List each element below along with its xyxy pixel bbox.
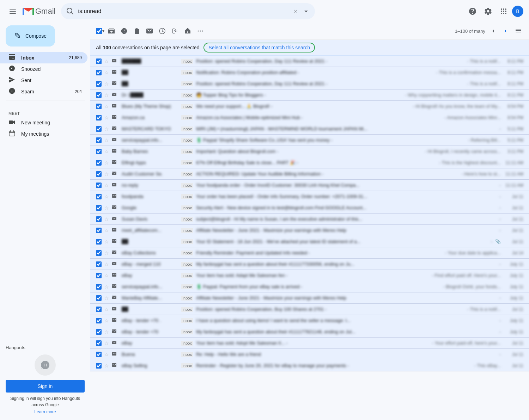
email-row[interactable]: ☆ foodpanda Inbox Your order has been pl… [90,191,529,202]
star-icon[interactable]: ☆ [104,205,109,211]
star-icon[interactable]: ☆ [104,70,109,75]
row-checkbox[interactable] [96,70,102,75]
row-checkbox[interactable] [96,149,102,154]
star-icon[interactable]: ☆ [104,81,109,87]
meet-item-new-meeting[interactable]: New meeting [0,117,87,128]
email-row[interactable]: ☆ servicepaypal.info... Inbox 💲 Paypal '… [90,135,529,146]
star-icon[interactable]: ☆ [104,92,109,98]
row-checkbox[interactable] [96,284,102,290]
email-row[interactable]: ☆ ██ Inbox Notification: Robins Corporat… [90,67,529,78]
star-icon[interactable]: ☆ [104,250,109,256]
star-icon[interactable]: ☆ [104,318,109,323]
email-row[interactable]: ☆ ██ Inbox Your ID Statement - 18 Jun 20… [90,236,529,247]
star-icon[interactable]: ☆ [104,171,109,177]
row-checkbox[interactable] [96,329,102,335]
email-row[interactable]: ☆ eBay - tender +70 Inbox My fanboygal h… [90,326,529,338]
email-row[interactable]: ☆ Baby Barnes Inbox Important: Question … [90,146,529,157]
email-row[interactable]: ☆ meet_affiliatecom... Inbox Affiliate N… [90,225,529,236]
email-row[interactable]: ☆ Amazon.ca Inbox Amazon.ca Associates |… [90,112,529,123]
email-row[interactable]: ☆ Audiri Customer Se. Inbox ACTION REQUI… [90,168,529,180]
star-icon[interactable]: ☆ [104,228,109,233]
avatar[interactable]: B [512,6,523,17]
star-icon[interactable]: ☆ [104,284,109,290]
snooze-button[interactable] [157,25,168,37]
row-checkbox[interactable] [96,216,102,222]
email-row[interactable]: ☆ Google Inbox Security Alert - New devi… [90,202,529,214]
apps-button[interactable] [497,4,511,18]
email-row[interactable]: ☆ eBay Inbox Your item has sold: Adopt M… [90,338,529,349]
move-to-button[interactable] [169,25,181,37]
density-button[interactable] [513,26,523,37]
row-checkbox[interactable] [96,58,102,64]
email-row[interactable]: ☆ servicepaypal.info... Inbox 💲 Paypal: … [90,281,529,292]
star-icon[interactable]: ☆ [104,273,109,278]
email-row[interactable]: ☆ MASTERCARD TOKYO Inbox MIRI (JM) • (ma… [90,123,529,135]
email-row[interactable]: ☆ eBay - merged 110 Inbox My fanboygal h… [90,259,529,270]
star-icon[interactable]: ☆ [104,352,109,357]
settings-button[interactable] [481,4,495,18]
email-row[interactable]: ☆ Buena Inbox Re: Help - Hello We are a … [90,349,529,360]
star-icon[interactable]: ☆ [104,137,109,143]
star-icon[interactable]: ☆ [104,295,109,301]
row-checkbox[interactable] [96,205,102,211]
row-checkbox[interactable] [96,126,102,132]
delete-button[interactable] [131,25,142,37]
row-checkbox[interactable] [96,363,102,369]
star-icon[interactable]: ☆ [104,126,109,132]
row-checkbox[interactable] [96,92,102,98]
star-icon[interactable]: ☆ [104,58,109,64]
hamburger-button[interactable] [6,4,20,18]
search-input[interactable]: is:unread [78,8,288,14]
row-checkbox[interactable] [96,183,102,188]
star-icon[interactable]: ☆ [104,194,109,199]
mark-unread-button[interactable] [144,25,155,37]
star-icon[interactable]: ☆ [104,160,109,166]
email-row[interactable]: ☆ Dr 1████ Inbox 🧑 Topper Blog Tips for … [90,89,529,101]
row-checkbox[interactable] [96,273,102,278]
row-checkbox[interactable] [96,340,102,346]
row-checkbox[interactable] [96,160,102,166]
row-checkbox[interactable] [96,104,102,109]
row-checkbox[interactable] [96,228,102,233]
star-icon[interactable]: ☆ [104,239,109,245]
select-dropdown-icon[interactable]: ▾ [102,29,104,33]
row-checkbox[interactable] [96,295,102,301]
row-checkbox[interactable] [96,250,102,256]
star-icon[interactable]: ☆ [104,216,109,222]
sidebar-item-inbox[interactable]: Inbox 21,689 [0,52,87,63]
hangouts-learn-more-link[interactable]: Learn more [6,409,85,414]
prev-page-button[interactable] [488,26,498,36]
star-icon[interactable]: ☆ [104,329,109,335]
row-checkbox[interactable] [96,137,102,143]
email-row[interactable]: ☆ ManieBay Affiliate... Inbox Affiliate … [90,292,529,304]
row-checkbox[interactable] [96,115,102,121]
email-row[interactable]: ☆ Blues (My Theme Shop) Inbox We need yo… [90,101,529,112]
sidebar-item-spam[interactable]: Spam 204 [0,86,87,97]
email-row[interactable]: ☆ ██ Inbox Position: opened Robins Coope… [90,304,529,315]
email-row[interactable]: ☆ Susan Davis Inbox subject@blogroll - H… [90,214,529,225]
star-icon[interactable]: ☆ [104,149,109,154]
star-icon[interactable]: ☆ [104,340,109,346]
email-row[interactable]: ☆ Elfingt Apps Inbox 67% Off Elfingt Bir… [90,157,529,168]
select-all-checkbox[interactable] [96,28,102,34]
email-row[interactable]: ☆ no-reply Inbox Your foodpanda order - … [90,180,529,191]
search-clear-icon[interactable] [292,8,299,14]
star-icon[interactable]: ☆ [104,261,109,267]
search-expand-icon[interactable] [303,8,309,14]
compose-button[interactable]: ✎ Compose [6,25,55,47]
more-button[interactable] [195,25,206,37]
row-checkbox[interactable] [96,307,102,312]
row-checkbox[interactable] [96,318,102,323]
help-button[interactable] [466,4,480,18]
email-row[interactable]: ☆ ██████ Inbox Position: opened Robins C… [90,56,529,67]
sidebar-item-sent[interactable]: Sent [0,75,87,86]
row-checkbox[interactable] [96,352,102,357]
hangouts-signin-button[interactable]: Sign in [6,380,85,393]
row-checkbox[interactable] [96,81,102,87]
star-icon[interactable]: ☆ [104,363,109,369]
star-icon[interactable]: ☆ [104,104,109,109]
email-row[interactable]: ☆ ██ Inbox Position: opened Robins Coope… [90,78,529,89]
row-checkbox[interactable] [96,261,102,267]
row-checkbox[interactable] [96,171,102,177]
star-icon[interactable]: ☆ [104,183,109,188]
